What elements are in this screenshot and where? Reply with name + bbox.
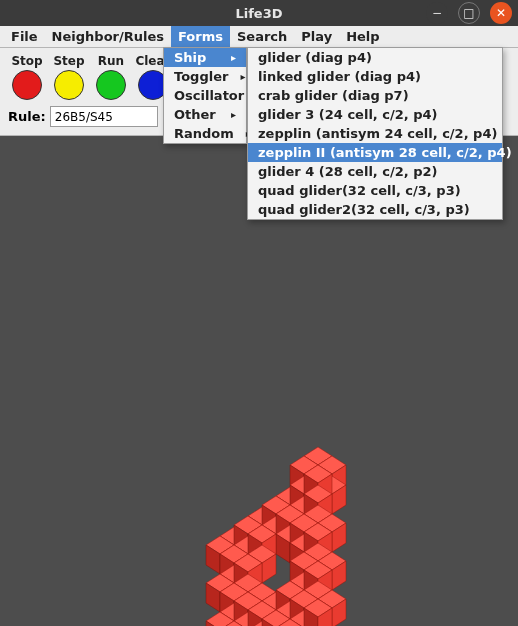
ship-item-7[interactable]: quad glider(32 cell, c/3, p3): [248, 181, 502, 200]
step-icon: [54, 70, 84, 100]
ship-item-label: glider (diag p4): [258, 50, 372, 65]
close-button[interactable]: ✕: [490, 2, 512, 24]
menu-search[interactable]: Search: [230, 26, 294, 47]
ship-item-5[interactable]: zepplin II (antisym 28 cell, c/2, p4): [248, 143, 502, 162]
titlebar: Life3D − □ ✕: [0, 0, 518, 26]
ship-item-1[interactable]: linked glider (diag p4): [248, 67, 502, 86]
submenu-arrow-icon: ▸: [231, 109, 236, 120]
ship-item-label: zepplin (antisym 24 cell, c/2, p4): [258, 126, 497, 141]
menubar: FileNeighbor/RulesFormsSearchPlayHelp: [0, 26, 518, 48]
ship-item-label: zepplin II (antisym 28 cell, c/2, p4): [258, 145, 512, 160]
menu-forms[interactable]: Forms: [171, 26, 230, 47]
ship-item-8[interactable]: quad glider2(32 cell, c/3, p3): [248, 200, 502, 219]
cellular-automaton-shape: [152, 420, 372, 626]
window-title: Life3D: [235, 6, 282, 21]
ship-item-label: glider 4 (28 cell, c/2, p2): [258, 164, 438, 179]
ship-item-0[interactable]: glider (diag p4): [248, 48, 502, 67]
ship-item-6[interactable]: glider 4 (28 cell, c/2, p2): [248, 162, 502, 181]
ship-item-label: glider 3 (24 cell, c/2, p4): [258, 107, 438, 122]
submenu-arrow-icon: ▸: [231, 52, 236, 63]
ship-item-label: crab glider (diag p7): [258, 88, 409, 103]
ship-item-label: quad glider2(32 cell, c/3, p3): [258, 202, 470, 217]
rule-input[interactable]: [50, 106, 158, 127]
menu-file[interactable]: File: [4, 26, 45, 47]
stop-label: Stop: [11, 54, 42, 68]
forms-item-label: Ship: [174, 50, 206, 65]
forms-item-label: Random: [174, 126, 234, 141]
forms-item-label: Other: [174, 107, 216, 122]
ship-item-3[interactable]: glider 3 (24 cell, c/2, p4): [248, 105, 502, 124]
step-button[interactable]: Step: [50, 54, 88, 100]
run-label: Run: [98, 54, 124, 68]
viewport-3d[interactable]: [0, 155, 518, 626]
forms-item-toggler[interactable]: Toggler▸: [164, 67, 246, 86]
menu-neighbor-rules[interactable]: Neighbor/Rules: [45, 26, 171, 47]
maximize-button[interactable]: □: [458, 2, 480, 24]
forms-item-label: Oscillator: [174, 88, 244, 103]
run-icon: [96, 70, 126, 100]
submenu-arrow-icon: ▸: [240, 71, 245, 82]
forms-item-random[interactable]: Random▸: [164, 124, 246, 143]
ship-item-label: quad glider(32 cell, c/3, p3): [258, 183, 461, 198]
forms-item-other[interactable]: Other▸: [164, 105, 246, 124]
forms-item-ship[interactable]: Ship▸: [164, 48, 246, 67]
stop-button[interactable]: Stop: [8, 54, 46, 100]
ship-item-2[interactable]: crab glider (diag p7): [248, 86, 502, 105]
ship-item-4[interactable]: zepplin (antisym 24 cell, c/2, p4): [248, 124, 502, 143]
stop-icon: [12, 70, 42, 100]
menu-play[interactable]: Play: [294, 26, 339, 47]
ship-item-label: linked glider (diag p4): [258, 69, 421, 84]
minimize-button[interactable]: −: [426, 2, 448, 24]
forms-menu: Ship▸Toggler▸Oscillator▸Other▸Random▸: [163, 47, 247, 144]
menu-help[interactable]: Help: [339, 26, 386, 47]
ship-submenu: glider (diag p4)linked glider (diag p4)c…: [247, 47, 503, 220]
forms-item-oscillator[interactable]: Oscillator▸: [164, 86, 246, 105]
step-label: Step: [53, 54, 84, 68]
forms-item-label: Toggler: [174, 69, 228, 84]
run-button[interactable]: Run: [92, 54, 130, 100]
rule-label: Rule:: [8, 109, 46, 124]
